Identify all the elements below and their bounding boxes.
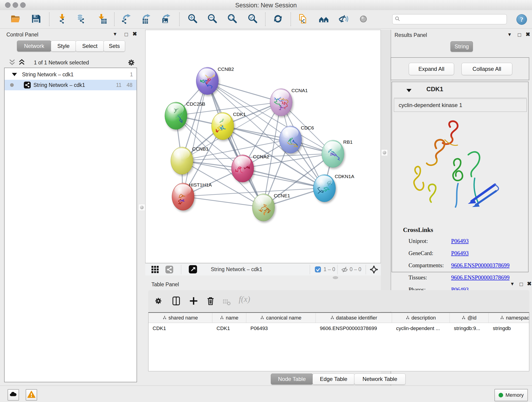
tab-edge-table[interactable]: Edge Table: [312, 374, 355, 385]
table-settings-gear-icon[interactable]: [153, 296, 164, 307]
birds-eye-view-icon[interactable]: [189, 265, 197, 274]
column-header-id[interactable]: @id: [450, 313, 489, 323]
refresh-button[interactable]: [272, 13, 284, 26]
search-input[interactable]: [400, 16, 507, 22]
node-CCNA2[interactable]: [231, 155, 254, 182]
node-RB1[interactable]: [322, 140, 344, 167]
right-split-handle[interactable]: [381, 149, 388, 156]
node-CDKN1A[interactable]: [313, 174, 336, 202]
export-table-button[interactable]: [139, 13, 152, 26]
zoom-in-button[interactable]: [186, 13, 199, 26]
edge-HIST1H1A-CCNE1[interactable]: [183, 196, 263, 207]
tab-network[interactable]: Network: [17, 41, 51, 51]
edge-CCNB2-HIST1H1A[interactable]: [183, 81, 207, 196]
warnings-button[interactable]: [26, 389, 37, 401]
search-box[interactable]: [392, 14, 507, 24]
network-view-badge-icon[interactable]: [165, 266, 173, 274]
tab-string[interactable]: String: [450, 41, 473, 52]
crosslink-link[interactable]: P06493: [451, 238, 469, 244]
title-bar: Session: New Session: [0, 0, 532, 10]
eye-button[interactable]: [357, 13, 370, 26]
collapse-all-button[interactable]: Collapse All: [462, 63, 512, 75]
export-image-button[interactable]: [159, 13, 172, 26]
edge-CCNA2-CDKN1A[interactable]: [242, 168, 324, 188]
node-label-CCNE1: CCNE1: [274, 193, 290, 198]
panel-float-icon[interactable]: □: [518, 32, 521, 38]
edge-CCNB2-CCNE1[interactable]: [207, 81, 263, 207]
cloud-button[interactable]: [7, 389, 19, 401]
node-CCNB2[interactable]: [196, 67, 219, 95]
node-gloss: [234, 156, 250, 167]
tab-select[interactable]: Select: [76, 41, 104, 51]
tab-sets[interactable]: Sets: [104, 41, 125, 51]
panel-menu-icon[interactable]: ▾: [508, 32, 511, 37]
column-header-databaseidentifier[interactable]: database identifier: [316, 313, 392, 323]
cell-id[interactable]: stringdb:9...: [450, 323, 489, 333]
open-folder-button[interactable]: [9, 13, 22, 26]
node-CDC25B[interactable]: [165, 102, 187, 129]
tab-node-table[interactable]: Node Table: [271, 374, 313, 385]
column-header-canonicalname[interactable]: canonical name: [246, 313, 316, 323]
import-network-button[interactable]: [56, 13, 69, 26]
network-tree-root-row[interactable]: String Network – cdk1 1: [5, 69, 137, 80]
fit-crosshair-icon[interactable]: [369, 265, 379, 275]
import-database-button[interactable]: [75, 13, 88, 26]
panel-close-icon[interactable]: ✖: [527, 281, 532, 287]
crosslink-link[interactable]: P06493: [451, 250, 469, 256]
panel-close-icon[interactable]: ✖: [133, 31, 137, 37]
node-CCNE1[interactable]: [252, 194, 275, 221]
column-header-sharedname[interactable]: shared name: [148, 313, 212, 323]
create-column-plus-icon[interactable]: [188, 296, 199, 307]
save-button[interactable]: [30, 13, 42, 26]
eye-icon: [358, 13, 369, 25]
node-CDK1[interactable]: [211, 112, 234, 140]
zoom-out-button[interactable]: [206, 13, 219, 26]
import-table-button[interactable]: [96, 13, 109, 26]
grid-view-icon[interactable]: [151, 266, 159, 274]
zoom-selected-button[interactable]: [246, 13, 259, 26]
expand-all-button[interactable]: Expand All: [409, 63, 454, 75]
documents-network-button[interactable]: [297, 13, 310, 26]
panel-menu-icon[interactable]: ▾: [511, 281, 514, 287]
cell-databaseidentifier[interactable]: 9606.ENSP00000378699: [316, 323, 392, 333]
cell-namespace[interactable]: stringdb: [489, 323, 529, 333]
cell-name[interactable]: CDK1: [212, 323, 246, 333]
export-network-button[interactable]: [120, 13, 133, 26]
node-CCNA1[interactable]: [270, 89, 292, 116]
node-CDC6[interactable]: [279, 126, 302, 153]
collapse-triangle-icon[interactable]: [12, 73, 17, 76]
cell-description[interactable]: cyclin-dependent ...: [392, 323, 450, 333]
memory-label: Memory: [505, 392, 524, 398]
panel-float-icon[interactable]: □: [125, 32, 128, 37]
cell-canonicalname[interactable]: P06493: [246, 323, 316, 333]
selected-checkbox-icon[interactable]: [315, 266, 321, 274]
table-toolbar: f(x): [148, 290, 529, 312]
column-header-namespace[interactable]: namespace: [489, 313, 529, 323]
help-button[interactable]: ?: [516, 14, 527, 25]
network-canvas[interactable]: CCNB2CCNA1CDC25BCDK1CDC6RB1CCNB1CCNA2CDK…: [145, 30, 381, 263]
column-header-name[interactable]: name: [212, 313, 246, 323]
memory-button[interactable]: Memory: [494, 389, 528, 401]
panel-float-icon[interactable]: □: [520, 281, 523, 287]
panel-menu-icon[interactable]: ▾: [114, 31, 116, 37]
eye-slash-waves-button[interactable]: [337, 13, 350, 26]
network-tree-selected-row[interactable]: String Network – cdk1 11 48: [5, 80, 137, 90]
panel-close-icon[interactable]: ✖: [526, 32, 530, 37]
collapse-all-networks-icon[interactable]: [8, 59, 16, 67]
entry-description: cyclin-dependent kinase 1: [399, 102, 462, 108]
crosslink-link[interactable]: 9606.ENSP00000378699: [451, 262, 510, 269]
cell-sharedname[interactable]: CDK1: [148, 323, 212, 333]
node-gloss: [325, 141, 341, 153]
zoom-fit-button[interactable]: [226, 13, 239, 26]
tab-style[interactable]: Style: [51, 41, 76, 51]
network-options-gear-icon[interactable]: [126, 57, 137, 69]
left-split-handle[interactable]: [138, 204, 145, 211]
node-CCNB1[interactable]: [171, 147, 193, 174]
collection-count: 1: [130, 71, 133, 78]
delete-column-trash-icon[interactable]: [205, 296, 216, 307]
column-header-description[interactable]: description: [392, 313, 450, 323]
collapse-entry-icon[interactable]: [406, 89, 412, 92]
show-columns-icon[interactable]: [171, 296, 181, 307]
tab-network-table[interactable]: Network Table: [354, 374, 405, 385]
houses-button[interactable]: [317, 13, 330, 26]
